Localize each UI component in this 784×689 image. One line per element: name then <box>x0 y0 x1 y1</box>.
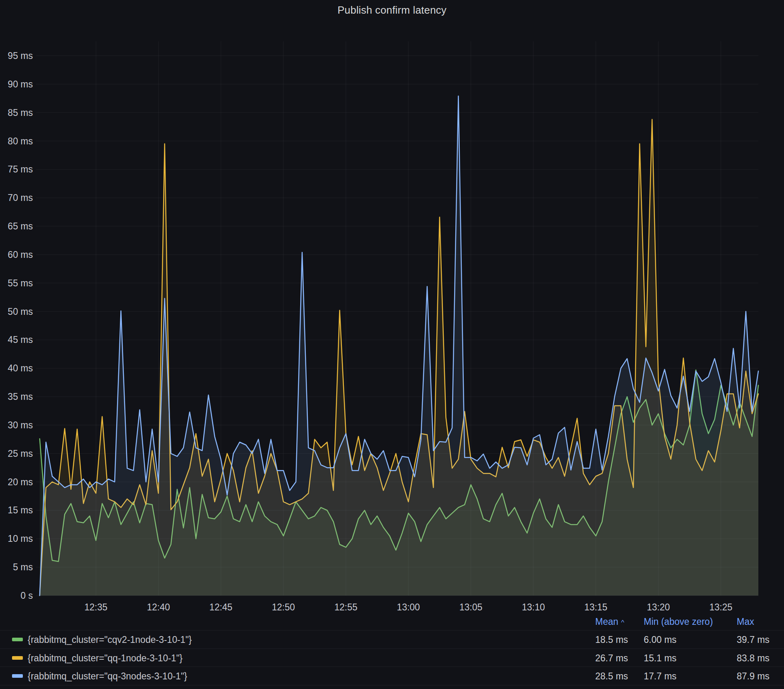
legend-header-min[interactable]: Min (above zero) <box>644 616 713 627</box>
x-tick-label: 12:40 <box>147 602 170 612</box>
stat-min: 17.7 ms <box>644 671 677 682</box>
y-axis-labels: 0 s5 ms10 ms15 ms20 ms25 ms30 ms35 ms40 … <box>8 51 33 601</box>
x-tick-label: 13:00 <box>397 602 420 612</box>
x-tick-label: 12:45 <box>209 602 232 612</box>
y-tick-label: 65 ms <box>8 221 33 231</box>
legend-series-label[interactable]: {rabbitmq_cluster="qq-3nodes-3-10-1"} <box>28 671 187 682</box>
grafana-panel: Publish confirm latency 0 s5 ms10 ms15 m… <box>0 0 784 689</box>
x-tick-label: 12:55 <box>334 602 358 612</box>
y-tick-label: 40 ms <box>8 363 33 373</box>
x-tick-label: 13:25 <box>709 602 733 612</box>
x-tick-label: 13:15 <box>584 602 608 612</box>
legend-series-label[interactable]: {rabbitmq_cluster="cqv2-1node-3-10-1"} <box>28 634 192 645</box>
divider <box>0 685 784 685</box>
sort-ascending-icon: ^ <box>621 619 624 626</box>
legend-row: {rabbitmq_cluster="qq-3nodes-3-10-1"} 28… <box>0 667 784 685</box>
legend-header-mean-label: Mean <box>595 616 618 627</box>
y-tick-label: 45 ms <box>8 334 33 345</box>
stat-mean: 28.5 ms <box>595 671 628 682</box>
legend-header-max[interactable]: Max <box>737 616 754 627</box>
y-tick-label: 20 ms <box>8 477 33 487</box>
y-tick-label: 60 ms <box>8 249 33 260</box>
stat-min: 15.1 ms <box>644 653 677 664</box>
series-color-swatch[interactable] <box>12 656 23 660</box>
y-tick-label: 75 ms <box>8 164 33 174</box>
y-tick-label: 25 ms <box>8 448 33 459</box>
y-tick-label: 85 ms <box>8 107 33 118</box>
x-tick-label: 12:50 <box>272 602 295 612</box>
y-tick-label: 5 ms <box>13 562 33 572</box>
y-tick-label: 15 ms <box>8 505 33 515</box>
y-tick-label: 35 ms <box>8 391 33 402</box>
x-tick-label: 13:20 <box>647 602 670 612</box>
y-tick-label: 30 ms <box>8 420 33 430</box>
legend-row: {rabbitmq_cluster="qq-1node-3-10-1"} 26.… <box>0 649 784 667</box>
stat-min: 6.00 ms <box>644 634 677 645</box>
legend-row: {rabbitmq_cluster="cqv2-1node-3-10-1"} 1… <box>0 630 784 648</box>
y-tick-label: 55 ms <box>8 278 33 288</box>
stat-mean: 18.5 ms <box>595 634 628 645</box>
latency-chart: 0 s5 ms10 ms15 ms20 ms25 ms30 ms35 ms40 … <box>0 0 784 620</box>
x-tick-label: 13:10 <box>522 602 545 612</box>
stat-mean: 26.7 ms <box>595 653 628 664</box>
y-tick-label: 80 ms <box>8 136 33 146</box>
series-color-swatch[interactable] <box>12 638 23 641</box>
y-tick-label: 70 ms <box>8 193 33 203</box>
legend-header-mean[interactable]: Mean^ <box>595 616 624 627</box>
x-tick-label: 13:05 <box>459 602 483 612</box>
y-tick-label: 10 ms <box>8 533 33 544</box>
stat-max: 87.9 ms <box>737 671 770 682</box>
x-axis-labels: 12:3512:4012:4512:5012:5513:0013:0513:10… <box>85 602 733 612</box>
y-tick-label: 0 s <box>20 590 33 601</box>
stat-max: 39.7 ms <box>737 634 770 645</box>
y-tick-label: 95 ms <box>8 51 33 61</box>
legend-series-label[interactable]: {rabbitmq_cluster="qq-1node-3-10-1"} <box>28 653 183 664</box>
y-tick-label: 50 ms <box>8 306 33 317</box>
series-color-swatch[interactable] <box>12 674 23 678</box>
x-tick-label: 12:35 <box>85 602 108 612</box>
y-tick-label: 90 ms <box>8 79 33 89</box>
stat-max: 83.8 ms <box>737 653 770 664</box>
